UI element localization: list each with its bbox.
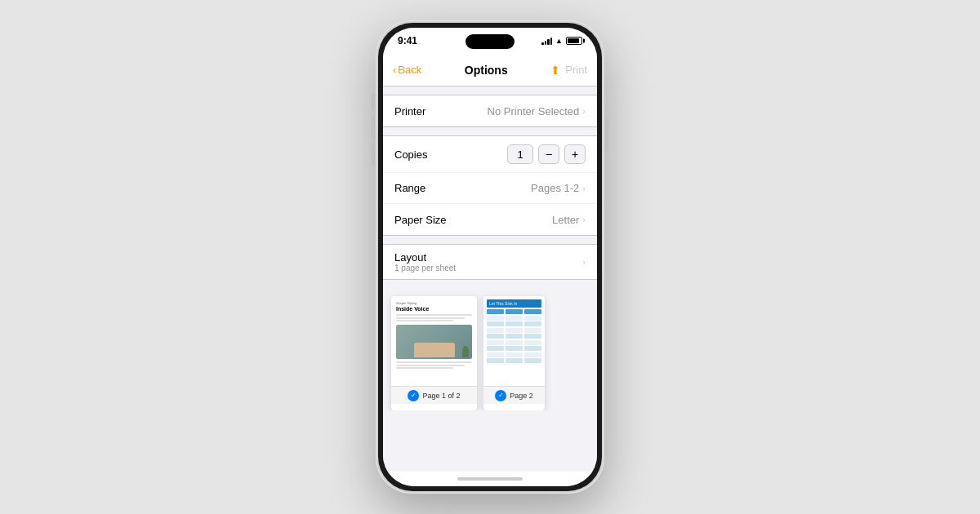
page-2-blue-header: Let This Sink In [487,299,541,308]
page-1-label: ✓ Page 1 of 2 [391,386,477,404]
home-indicator [383,472,597,486]
page-1-text-intro [396,314,472,321]
page-1-text-below [396,361,472,369]
page-1-image [396,325,472,359]
table-row-7 [487,352,541,357]
mute-button[interactable] [372,94,375,110]
signal-icon [541,37,552,45]
side-button-right [605,118,608,151]
range-value: Pages 1-2 › [531,182,586,194]
layout-row[interactable]: Layout 1 page per sheet › [383,245,597,279]
range-row[interactable]: Range Pages 1-2 › [383,173,597,204]
status-icons: ▲ [541,37,582,45]
printer-chevron-icon: › [582,106,586,116]
range-label: Range [394,182,425,194]
share-icon[interactable]: ⬆ [550,64,560,77]
status-bar: 9:41 ▲ [383,28,597,54]
table-row-4 [487,334,541,339]
power-button[interactable] [605,118,608,151]
table-header-row [487,309,541,314]
paper-size-value: Letter › [552,214,586,226]
layout-chevron-icon: › [582,257,586,267]
phone-screen: 9:41 ▲ ‹ Bac [383,28,597,486]
table-row-5 [487,340,541,345]
layout-title: Layout [394,251,456,264]
page-1-thumb-heading: Inside Voice [396,306,472,312]
battery-fill [568,38,579,43]
plant-decoration [462,346,469,357]
page-2-content: Let This Sink In [483,296,545,386]
page-previews: Simple Styling Inside Voice [383,288,597,410]
sofa-decoration [414,343,455,357]
print-button[interactable]: Print [565,64,587,76]
back-label: Back [398,64,421,76]
increment-button[interactable]: + [564,144,586,164]
page-2-label: ✓ Page 2 [483,386,545,404]
page-1-thumbnail[interactable]: Simple Styling Inside Voice [391,296,477,410]
back-button[interactable]: ‹ Back [393,64,421,76]
copies-control: 1 − + [507,144,586,164]
page-2-table [487,309,541,363]
table-row-6 [487,346,541,351]
phone-inner: 9:41 ▲ ‹ Bac [378,23,602,491]
range-value-text: Pages 1-2 [531,182,579,194]
printer-value-text: No Printer Selected [488,105,580,117]
status-time: 9:41 [398,35,417,47]
layout-section: Layout 1 page per sheet › [383,244,597,280]
phone-frame: 9:41 ▲ ‹ Bac [376,20,604,494]
decrement-button[interactable]: − [538,144,559,164]
chevron-left-icon: ‹ [393,64,396,76]
page-1-content: Simple Styling Inside Voice [391,296,477,386]
page-1-thumb-title: Simple Styling [396,301,472,305]
table-row-3 [487,328,541,333]
paper-size-chevron-icon: › [582,215,586,224]
copies-label: Copies [394,148,427,161]
range-chevron-icon: › [582,184,586,193]
printer-value: No Printer Selected › [488,105,586,117]
layout-text: Layout 1 page per sheet [394,251,456,273]
volume-up-button[interactable] [372,117,375,138]
side-buttons-left [372,94,375,166]
layout-subtitle: 1 page per sheet [394,264,456,273]
printer-section: Printer No Printer Selected › [383,95,597,127]
nav-title: Options [465,64,508,77]
table-row-8 [487,358,541,363]
page-2-check-icon: ✓ [495,390,506,401]
table-row-1 [487,316,541,321]
nav-bar: ‹ Back Options ⬆ Print [383,54,597,86]
printer-label: Printer [394,105,425,117]
copies-value: 1 [507,144,533,164]
wifi-icon: ▲ [555,37,563,45]
volume-down-button[interactable] [372,144,375,166]
copies-row: Copies 1 − + [383,136,597,173]
content-area: Printer No Printer Selected › Copies 1 [383,86,597,472]
dynamic-island [466,34,514,49]
table-row-2 [487,321,541,326]
printer-row[interactable]: Printer No Printer Selected › [383,95,597,126]
paper-size-label: Paper Size [394,214,447,226]
paper-size-value-text: Letter [552,214,579,226]
page-1-check-icon: ✓ [408,390,419,401]
paper-size-row[interactable]: Paper Size Letter › [383,204,597,235]
page-2-thumbnail[interactable]: Let This Sink In [483,296,545,410]
page-1-label-text: Page 1 of 2 [422,392,460,400]
nav-right-actions: ⬆ Print [550,64,587,77]
battery-icon [566,37,582,45]
home-bar[interactable] [457,477,523,481]
print-options-section: Copies 1 − + Range Pages 1-2 › [383,135,597,236]
page-2-label-text: Page 2 [510,392,533,400]
